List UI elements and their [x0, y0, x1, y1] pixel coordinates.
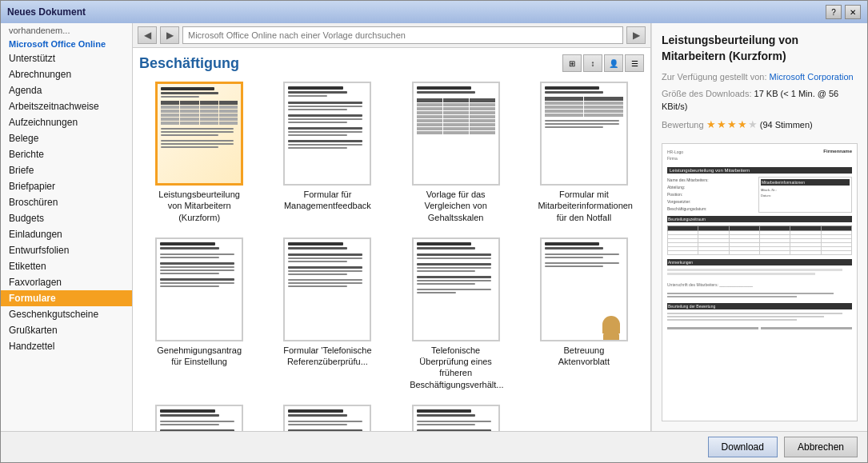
template-thumb-9: [155, 405, 243, 431]
section-header: Beschäftigung ⊞ ↕ 👤 ☰: [139, 54, 644, 72]
template-thumb-10: [283, 405, 371, 431]
section-title: Beschäftigung: [139, 55, 239, 72]
template-thumb-6: [283, 237, 371, 341]
template-label-8: Betreuung Aktenvorblatt: [538, 345, 630, 368]
preview-rating: Bewertung ★ ★ ★ ★ ★ (94 Stimmen): [662, 117, 858, 133]
template-label-1: Leistungsbeurteilung von Mitarbeitern (K…: [154, 189, 246, 223]
view-list-button[interactable]: ☰: [625, 54, 644, 72]
download-button[interactable]: Download: [708, 437, 778, 457]
template-thumb-1: [155, 82, 243, 186]
view-person-button[interactable]: 👤: [604, 54, 623, 72]
template-label-6: Formular 'Telefonische Referenzüberprüfu…: [282, 345, 374, 368]
template-area: Beschäftigung ⊞ ↕ 👤 ☰: [133, 48, 650, 431]
template-thumb-8: [540, 237, 628, 341]
template-item-11[interactable]: [396, 401, 516, 431]
sidebar-item-arbeitszeitnachweise[interactable]: Arbeitszeitnachweise: [1, 98, 132, 114]
sidebar-item-vorhandenem[interactable]: vorhandenem...: [1, 23, 132, 38]
rating-stars: ★ ★ ★ ★ ★: [706, 117, 758, 133]
bottom-bar: Download Abbrechen: [1, 431, 867, 462]
search-go-button[interactable]: ▶: [626, 26, 646, 44]
template-label-3: Vorlage für das Vergleichen von Gehaltss…: [410, 189, 502, 223]
title-bar: Neues Dokument ? ✕: [1, 1, 867, 23]
sidebar-item-etiketten[interactable]: Etiketten: [1, 258, 132, 274]
view-sort-button[interactable]: ↕: [583, 54, 602, 72]
back-button[interactable]: ◀: [138, 26, 157, 44]
template-item-8[interactable]: Betreuung Aktenvorblatt: [524, 234, 644, 393]
sidebar-item-faxvorlagen[interactable]: Faxvorlagen: [1, 274, 132, 290]
template-item-6[interactable]: Formular 'Telefonische Referenzüberprüfu…: [267, 234, 387, 393]
sidebar-item-ms-online[interactable]: Microsoft Office Online: [1, 38, 132, 50]
preview-title: Leistungsbeurteilung von Mitarbeitern (K…: [662, 33, 858, 64]
template-label-4: Formular mit Mitarbeiterinformationen fü…: [538, 189, 630, 223]
preview-table: [667, 226, 852, 255]
view-grid-button[interactable]: ⊞: [562, 54, 582, 72]
preview-doc-content: HR-LogoFirma Firmenname Leistungsbeurtei…: [662, 144, 857, 421]
close-button[interactable]: ✕: [845, 5, 861, 19]
template-item-3[interactable]: Vorlage für das Vergleichen von Gehaltss…: [396, 78, 516, 226]
template-label-2: Formular für Managementfeedback: [282, 189, 374, 212]
template-item-1[interactable]: Leistungsbeurteilung von Mitarbeitern (K…: [139, 78, 259, 226]
cancel-button[interactable]: Abbrechen: [784, 437, 858, 457]
sidebar-item-berichte[interactable]: Berichte: [1, 146, 132, 162]
sidebar-item-briefpapier[interactable]: Briefpapier: [1, 178, 132, 194]
title-bar-buttons: ? ✕: [826, 5, 861, 19]
person-icon: [602, 316, 620, 333]
template-label-7: Telefonische Überprüfung eines früheren …: [410, 345, 502, 390]
sidebar-item-budgets[interactable]: Budgets: [1, 210, 132, 226]
template-thumb-4: [540, 82, 628, 186]
sidebar-item-broschüren[interactable]: Broschüren: [1, 194, 132, 210]
sidebar-item-entwurfsfolien[interactable]: Entwurfsfolien: [1, 242, 132, 258]
sidebar-item-agenda[interactable]: Agenda: [1, 82, 132, 98]
template-thumb-7: [412, 237, 500, 341]
sidebar-item-belege[interactable]: Belege: [1, 130, 132, 146]
template-label-5: Genehmigungsantrag für Einstellung: [154, 345, 246, 368]
template-thumb-11: [412, 405, 500, 431]
template-item-2[interactable]: Formular für Managementfeedback: [267, 78, 387, 226]
nav-bar: ◀ ▶ ▶: [133, 23, 650, 48]
main-window: Neues Dokument ? ✕ vorhandenem... Micros…: [0, 0, 868, 463]
sidebar-item-einladungen[interactable]: Einladungen: [1, 226, 132, 242]
template-item-10[interactable]: [267, 401, 387, 431]
help-button[interactable]: ?: [826, 5, 842, 19]
template-item-5[interactable]: Genehmigungsantrag für Einstellung: [139, 234, 259, 393]
center-panel: ◀ ▶ ▶ Beschäftigung ⊞ ↕ 👤 ☰: [133, 23, 651, 431]
sidebar-item-formulare[interactable]: Formulare: [1, 290, 132, 306]
templates-grid: Leistungsbeurteilung von Mitarbeitern (K…: [139, 78, 644, 431]
template-thumb-5: [155, 237, 243, 341]
template-thumb-2: [283, 82, 371, 186]
sidebar-item-aufzeichnungen[interactable]: Aufzeichnungen: [1, 114, 132, 130]
sidebar-item-briefe[interactable]: Briefe: [1, 162, 132, 178]
search-input[interactable]: [182, 26, 623, 44]
sidebar-item-handzettel[interactable]: Handzettel: [1, 338, 132, 354]
template-item-9[interactable]: [139, 401, 259, 431]
template-item-7[interactable]: Telefonische Überprüfung eines früheren …: [396, 234, 516, 393]
view-buttons: ⊞ ↕ 👤 ☰: [562, 54, 644, 72]
template-thumb-3: [412, 82, 500, 186]
main-content: vorhandenem... Microsoft Office Online U…: [1, 23, 867, 431]
sidebar-item-unterstuetzt[interactable]: Unterstützt: [1, 50, 132, 66]
right-panel: Leistungsbeurteilung von Mitarbeitern (K…: [651, 23, 867, 431]
template-item-4[interactable]: Formular mit Mitarbeiterinformationen fü…: [524, 78, 644, 226]
preview-size: Größe des Downloads: 17 KB (< 1 Min. @ 5…: [662, 87, 858, 114]
window-title: Neues Dokument: [7, 6, 86, 18]
sidebar: vorhandenem... Microsoft Office Online U…: [1, 23, 133, 431]
sidebar-item-geschenkgutscheine[interactable]: Geschenkgutscheine: [1, 306, 132, 322]
forward-button[interactable]: ▶: [160, 26, 179, 44]
sidebar-item-abrechnungen[interactable]: Abrechnungen: [1, 66, 132, 82]
preview-image: HR-LogoFirma Firmenname Leistungsbeurtei…: [662, 143, 858, 421]
preview-provided-by: Zur Verfügung gestellt von: Microsoft Co…: [662, 70, 858, 84]
sidebar-item-grußkarten[interactable]: Grußkarten: [1, 322, 132, 338]
